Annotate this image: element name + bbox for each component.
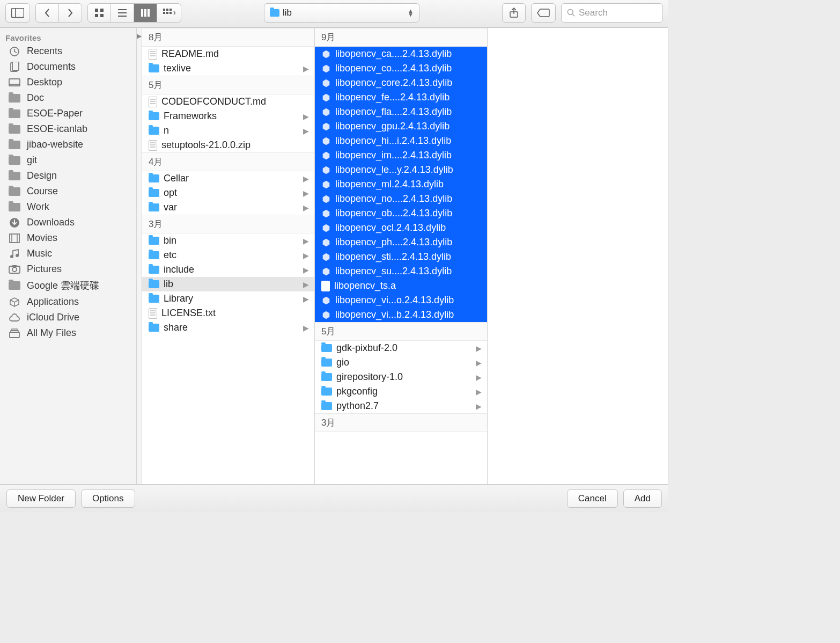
path-dropdown[interactable]: lib ▲▼ bbox=[264, 3, 419, 23]
desktop-icon bbox=[8, 77, 21, 88]
file-row[interactable]: Frameworks▶ bbox=[142, 109, 314, 123]
sidebar-item[interactable]: Doc bbox=[0, 90, 136, 106]
file-row[interactable]: Library▶ bbox=[142, 291, 314, 306]
share-button[interactable] bbox=[502, 3, 526, 23]
sidebar-item[interactable]: Google 雲端硬碟 bbox=[0, 277, 136, 294]
sidebar-item[interactable]: Desktop bbox=[0, 75, 136, 90]
folder-icon bbox=[8, 155, 21, 166]
file-row[interactable]: var▶ bbox=[142, 200, 314, 215]
file-row[interactable]: gio▶ bbox=[315, 355, 487, 370]
sidebar-item[interactable]: Recents bbox=[0, 43, 136, 59]
file-row[interactable]: texlive▶ bbox=[142, 61, 314, 76]
column-divider[interactable]: ▶ bbox=[137, 28, 142, 484]
sidebar-item[interactable]: Pictures bbox=[0, 261, 136, 277]
file-row[interactable]: libopencv_gpu.2.4.13.dylib bbox=[315, 119, 487, 134]
file-row[interactable]: libopencv_ca....2.4.13.dylib bbox=[315, 47, 487, 61]
file-row[interactable]: libopencv_ph....2.4.13.dylib bbox=[315, 235, 487, 250]
svg-rect-11 bbox=[148, 9, 150, 17]
list-view-button[interactable] bbox=[110, 3, 134, 23]
file-row[interactable]: libopencv_vi...b.2.4.13.dylib bbox=[315, 308, 487, 322]
svg-rect-17 bbox=[170, 12, 172, 14]
file-row[interactable]: libopencv_su....2.4.13.dylib bbox=[315, 264, 487, 279]
cancel-button[interactable]: Cancel bbox=[567, 489, 618, 508]
tags-button[interactable] bbox=[531, 3, 556, 23]
folder-icon bbox=[149, 251, 159, 259]
file-row[interactable]: libopencv_fe....2.4.13.dylib bbox=[315, 90, 487, 105]
file-row[interactable]: CODEOFCONDUCT.md bbox=[142, 94, 314, 109]
file-row[interactable]: share▶ bbox=[142, 320, 314, 335]
file-row[interactable]: README.md bbox=[142, 47, 314, 61]
file-row[interactable]: libopencv_ocl.2.4.13.dylib bbox=[315, 221, 487, 235]
file-row[interactable]: pkgconfig▶ bbox=[315, 384, 487, 399]
sidebar-toggle-button[interactable] bbox=[5, 3, 30, 23]
file-row[interactable]: lib▶ bbox=[142, 277, 314, 291]
sidebar-item-label: Design bbox=[27, 170, 57, 181]
file-row[interactable]: bin▶ bbox=[142, 233, 314, 248]
svg-rect-9 bbox=[141, 9, 143, 17]
forward-button[interactable] bbox=[58, 3, 82, 23]
folder-icon bbox=[8, 186, 21, 197]
file-row[interactable]: libopencv_le...y.2.4.13.dylib bbox=[315, 163, 487, 177]
svg-point-34 bbox=[12, 267, 17, 272]
file-row[interactable]: libopencv_hi...i.2.4.13.dylib bbox=[315, 134, 487, 148]
file-row[interactable]: n▶ bbox=[142, 123, 314, 138]
file-row[interactable]: libopencv_sti....2.4.13.dylib bbox=[315, 250, 487, 264]
options-button[interactable]: Options bbox=[81, 489, 135, 508]
file-row[interactable]: girepository-1.0▶ bbox=[315, 370, 487, 384]
sidebar-item[interactable]: ESOE-Paper bbox=[0, 106, 136, 121]
file-row[interactable]: include▶ bbox=[142, 262, 314, 277]
sidebar-item[interactable]: ESOE-icanlab bbox=[0, 121, 136, 137]
file-row[interactable]: libopencv_co....2.4.13.dylib bbox=[315, 61, 487, 76]
file-name: libopencv_no....2.4.13.dylib bbox=[335, 193, 482, 204]
column-1[interactable]: 8月README.mdtexlive▶5月CODEOFCONDUCT.mdFra… bbox=[142, 28, 315, 484]
sidebar-item[interactable]: Movies bbox=[0, 230, 136, 246]
file-row[interactable]: libopencv_core.2.4.13.dylib bbox=[315, 76, 487, 90]
back-button[interactable] bbox=[35, 3, 59, 23]
file-row[interactable]: libopencv_ts.a bbox=[315, 279, 487, 293]
sidebar-item[interactable]: jibao-website bbox=[0, 137, 136, 152]
file-row[interactable]: setuptools-21.0.0.zip bbox=[142, 138, 314, 152]
sidebar-item[interactable]: Work bbox=[0, 199, 136, 215]
add-button[interactable]: Add bbox=[623, 489, 662, 508]
file-row[interactable]: libopencv_ob....2.4.13.dylib bbox=[315, 206, 487, 221]
file-row[interactable]: libopencv_im....2.4.13.dylib bbox=[315, 148, 487, 163]
folder-icon bbox=[8, 202, 21, 213]
column-view-button[interactable] bbox=[134, 3, 157, 23]
column-2[interactable]: 9月libopencv_ca....2.4.13.dyliblibopencv_… bbox=[315, 28, 488, 484]
file-row[interactable]: libopencv_no....2.4.13.dylib bbox=[315, 192, 487, 206]
file-row[interactable]: gdk-pixbuf-2.0▶ bbox=[315, 341, 487, 355]
sidebar-item[interactable]: Documents bbox=[0, 59, 136, 75]
file-name: n bbox=[164, 125, 299, 136]
icon-view-button[interactable] bbox=[87, 3, 111, 23]
sidebar-item[interactable]: Design bbox=[0, 168, 136, 184]
svg-rect-24 bbox=[12, 62, 19, 70]
sidebar[interactable]: Favorites RecentsDocumentsDesktopDocESOE… bbox=[0, 28, 137, 484]
gallery-view-button[interactable] bbox=[157, 3, 181, 23]
sidebar-item-label: Desktop bbox=[27, 77, 62, 88]
sidebar-item[interactable]: Course bbox=[0, 184, 136, 199]
new-folder-button[interactable]: New Folder bbox=[6, 489, 76, 508]
file-name: libopencv_vi...o.2.4.13.dylib bbox=[335, 295, 482, 306]
sidebar-item[interactable]: Downloads bbox=[0, 215, 136, 230]
dylib-icon bbox=[321, 180, 331, 189]
file-name: libopencv_vi...b.2.4.13.dylib bbox=[335, 309, 482, 320]
movies-icon bbox=[8, 233, 21, 244]
file-row[interactable]: libopencv_ml.2.4.13.dylib bbox=[315, 177, 487, 192]
search-input[interactable]: Search bbox=[561, 3, 663, 23]
svg-rect-13 bbox=[166, 9, 168, 11]
folder-icon bbox=[149, 112, 159, 120]
file-row[interactable]: Cellar▶ bbox=[142, 171, 314, 186]
sidebar-item[interactable]: All My Files bbox=[0, 325, 136, 341]
file-row[interactable]: etc▶ bbox=[142, 248, 314, 262]
sidebar-item[interactable]: Applications bbox=[0, 294, 136, 310]
sidebar-item[interactable]: iCloud Drive bbox=[0, 310, 136, 325]
sidebar-item[interactable]: git bbox=[0, 152, 136, 168]
file-row[interactable]: opt▶ bbox=[142, 186, 314, 200]
file-name: gdk-pixbuf-2.0 bbox=[336, 342, 471, 354]
file-name: gio bbox=[336, 357, 471, 368]
file-row[interactable]: python2.7▶ bbox=[315, 399, 487, 413]
sidebar-item[interactable]: Music bbox=[0, 246, 136, 261]
file-row[interactable]: libopencv_fla....2.4.13.dylib bbox=[315, 105, 487, 119]
file-row[interactable]: libopencv_vi...o.2.4.13.dylib bbox=[315, 293, 487, 308]
file-row[interactable]: LICENSE.txt bbox=[142, 306, 314, 320]
